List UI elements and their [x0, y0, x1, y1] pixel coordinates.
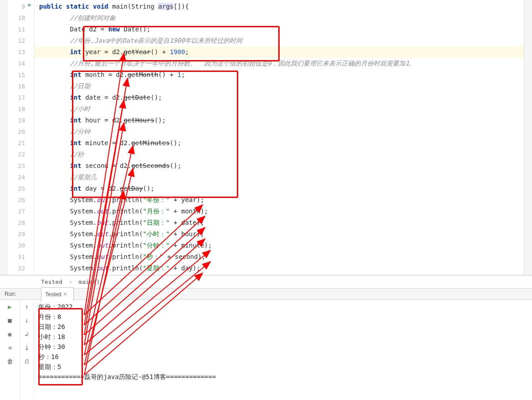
line-number: 25 [7, 183, 25, 194]
code-line: //星期几 [39, 172, 524, 183]
code-line: System.out.println("日期：" + date); [39, 217, 524, 228]
run-label: Run: [5, 288, 16, 300]
down-arrow-icon[interactable]: ↓ [23, 316, 31, 324]
line-number: 22 [7, 149, 25, 160]
line-number: 18 [7, 103, 25, 115]
code-line: public static void main(String args[]){ [39, 1, 524, 12]
console-line: ============磊哥的java历险记-@51博客============… [38, 372, 527, 382]
editor-area: ▶ 9 10 11 12 13 14 15 16 17 18 19 20 21 … [0, 0, 532, 275]
code-line: System.out.println("年份：" + year); [39, 194, 524, 206]
trash-icon[interactable]: 🗑 [6, 357, 14, 365]
line-number: 19 [7, 115, 25, 126]
code-line: //创建时间对象 [39, 12, 524, 24]
code-line: //分钟 [39, 126, 524, 137]
console-line: 分钟：30 [38, 342, 527, 352]
code-line: System.out.println("星期：" + day); [39, 263, 524, 274]
run-toolbar: ▶ ■ ◉ ⎆ 🗑 [0, 300, 20, 400]
line-number: 20 [7, 126, 25, 137]
run-tab[interactable]: Tested ✕ [41, 287, 73, 301]
console-line: 年份：2022 [38, 302, 527, 312]
run-toolbar-secondary: ↑ ↓ ↲ ⤓ ⎙ [20, 300, 34, 400]
left-sidebar[interactable] [0, 0, 7, 275]
line-number: 11 [7, 24, 25, 35]
line-number: 28 [7, 217, 25, 228]
console-line: 日期：26 [38, 322, 527, 332]
code-line: //日期 [39, 81, 524, 92]
code-line: //秒 [39, 149, 524, 160]
run-gutter-icon[interactable]: ▶ [28, 2, 31, 8]
line-number: 21 [7, 137, 25, 149]
line-number: 15 [7, 69, 25, 81]
print-icon[interactable]: ⎙ [23, 357, 31, 365]
code-line: int year = d2.getYear() + 1900; [35, 46, 524, 58]
exit-icon[interactable]: ⎆ [6, 344, 14, 352]
console-line: 秒：16 [38, 352, 527, 362]
line-number: 27 [7, 206, 25, 217]
code-line: System.out.println("秒：" + second); [39, 251, 524, 263]
line-number: 32 [7, 263, 25, 274]
run-panel: ▶ ■ ◉ ⎆ 🗑 ↑ ↓ ↲ ⤓ ⎙ 年份：2022 月份：8 日期：26 小… [0, 300, 532, 400]
console-line: 小时：18 [38, 332, 527, 342]
line-number: 9 [7, 1, 25, 12]
line-number: 12 [7, 35, 25, 46]
code-line: int minute = d2.getMinutes(); [39, 137, 524, 149]
breadcrumb-class[interactable]: Tested [41, 278, 62, 285]
breadcrumb-sep: › [69, 278, 72, 285]
line-number: 16 [7, 81, 25, 92]
line-number: 23 [7, 160, 25, 172]
console-line: 星期：5 [38, 362, 527, 372]
breadcrumb-method[interactable]: main() [78, 278, 100, 285]
line-number: 17 [7, 92, 25, 103]
rerun-icon[interactable]: ▶ [6, 303, 14, 311]
soft-wrap-icon[interactable]: ↲ [23, 330, 31, 338]
console-output[interactable]: 年份：2022 月份：8 日期：26 小时：18 分钟：30 秒：16 星期：5… [34, 300, 532, 400]
line-number: 26 [7, 194, 25, 206]
stop-icon[interactable]: ■ [6, 316, 14, 324]
camera-icon[interactable]: ◉ [6, 330, 14, 338]
scroll-end-icon[interactable]: ⤓ [23, 344, 31, 352]
code-editor[interactable]: public static void main(String args[]){ … [35, 0, 524, 275]
code-line: System.out.println("小时：" + hour); [39, 228, 524, 240]
right-sidebar[interactable] [524, 0, 532, 275]
close-icon[interactable]: ✕ [63, 289, 67, 300]
code-line: int day = d2.getDay(); [39, 183, 524, 194]
run-panel-header: Run: Tested ✕ [0, 288, 532, 300]
line-numbers: 9 10 11 12 13 14 15 16 17 18 19 20 21 22… [7, 1, 34, 274]
run-tab-title: Tested [45, 289, 61, 300]
ide-window: ▶ 9 10 11 12 13 14 15 16 17 18 19 20 21 … [0, 0, 532, 400]
code-line: int month = d2.getMonth() + 1; [39, 69, 524, 81]
line-number: 30 [7, 240, 25, 251]
gutter[interactable]: ▶ 9 10 11 12 13 14 15 16 17 18 19 20 21 … [7, 0, 35, 275]
line-number: 13 [7, 46, 25, 58]
code-line: System.out.println("月份：" + month); [39, 206, 524, 217]
code-line: Date d2 = new Date(); [39, 24, 524, 35]
line-number: 10 [7, 12, 25, 24]
code-line: //月份,最后一个月取决于一年中的月份数。 因为这个值的初始值是0，因此我们要用… [39, 58, 524, 69]
line-number: 14 [7, 58, 25, 69]
code-line: System.out.println("分钟：" + minute); [39, 240, 524, 251]
code-line: //小时 [39, 103, 524, 115]
line-number: 31 [7, 251, 25, 263]
code-line: int date = d2.getDate(); [39, 92, 524, 103]
console-line: 月份：8 [38, 312, 527, 322]
code-line: //年份,Java中的Date表示的是自1900年以来所经过的时间 [39, 35, 524, 46]
up-arrow-icon[interactable]: ↑ [23, 303, 31, 311]
breadcrumb-bar[interactable]: Tested › main() [0, 275, 532, 288]
code-line: int second = d2.getSeconds(); [39, 160, 524, 172]
line-number: 29 [7, 228, 25, 240]
line-number: 24 [7, 172, 25, 183]
code-line: int hour = d2.getHours(); [39, 115, 524, 126]
